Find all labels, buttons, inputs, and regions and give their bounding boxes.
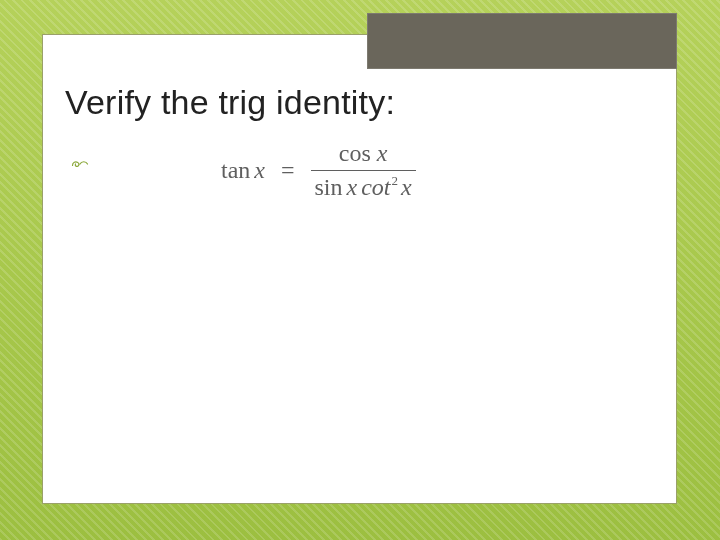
den-func-cot-text: cot [361, 174, 390, 200]
equals-sign: = [275, 157, 301, 184]
formula-lhs: tan x [221, 157, 265, 184]
content-card: Verify the trig identity: tan x = cos x … [42, 34, 677, 504]
den-var2: x [401, 173, 412, 202]
lhs-func: tan [221, 157, 250, 184]
den-func-sin: sin [315, 173, 343, 202]
trig-identity-formula: tan x = cos x sin x cot2 x [221, 139, 416, 202]
den-func-cot: cot2 [361, 173, 397, 202]
fraction-denominator: sin x cot2 x [311, 170, 416, 202]
lhs-var: x [254, 157, 265, 184]
formula-fraction: cos x sin x cot2 x [311, 139, 416, 202]
den-exponent: 2 [392, 173, 399, 188]
swirl-icon [71, 157, 89, 171]
den-var1: x [347, 173, 358, 202]
title-banner [367, 13, 677, 69]
num-func: cos [339, 140, 371, 166]
slide-title: Verify the trig identity: [65, 83, 395, 122]
fraction-numerator: cos x [333, 139, 394, 170]
num-var: x [377, 140, 388, 166]
